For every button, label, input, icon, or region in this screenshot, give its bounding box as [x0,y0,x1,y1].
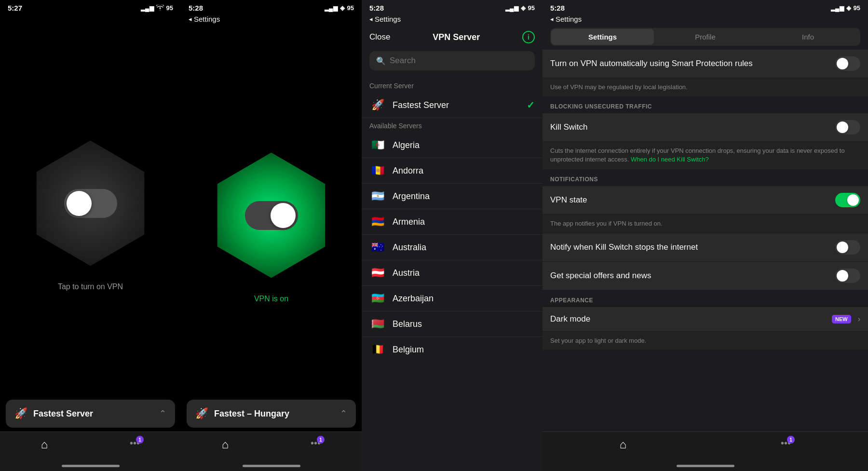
dark-mode-row[interactable]: Dark mode NEW › [542,307,868,331]
server-list-item[interactable]: 🇦🇺 Australia [362,235,542,260]
tab-home-4[interactable]: ⌂ [620,438,627,451]
special-offers-label: Get special offers and news [550,270,651,281]
signal-icon-3: ▂▄▆ [505,5,518,12]
search-input[interactable] [390,56,528,66]
screen-vpn-on: 5:28 ▂▄▆ ◈ 95 ◂ Settings VPN is on 🚀 Fas… [181,0,362,471]
status-bar-4: 5:28 ▂▄▆ ◈ 95 [542,0,868,14]
server-chevron-2: ⌃ [340,408,347,419]
vpn-toggle-on[interactable] [245,201,298,230]
kill-switch-notify-toggle[interactable] [835,240,860,255]
current-server-item[interactable]: 🚀 Fastest Server ✓ [362,93,542,118]
status-bar-2: 5:28 ▂▄▆ ◈ 95 [181,0,362,14]
status-icons-2: ▂▄▆ ◈ 95 [325,4,354,12]
status-bar-1: 5:27 ▂▄▆ 95 [0,0,181,14]
server-list-item[interactable]: 🇧🇾 Belarus [362,311,542,337]
screen-server-list: 5:28 ▂▄▆ ◈ 95 ◂ Settings Close VPN Serve… [362,0,542,471]
status-icons-4: ▂▄▆ ◈ 95 [831,4,860,12]
search-bar[interactable]: 🔍 [369,51,535,70]
current-server-icon: 🚀 [369,99,386,111]
server-list-item[interactable]: 🇧🇪 Belgium [362,337,542,362]
vpn-status-text-on: VPN is on [254,295,288,303]
server-list-item[interactable]: 🇦🇹 Austria [362,260,542,286]
tab-info[interactable]: Info [757,29,859,45]
vpn-state-desc: The app notifies you if VPN is turned on… [550,219,860,228]
server-item-name: Argentina [393,191,535,202]
dark-mode-desc-box: Set your app to light or dark mode. [542,332,868,350]
tab-menu-4[interactable]: ••• 1 [781,438,791,449]
tab-settings[interactable]: Settings [551,29,654,45]
back-label-3: Settings [375,15,401,23]
signal-icon-4: ▂▄▆ [831,5,844,12]
dark-mode-desc: Set your app to light or dark mode. [550,336,860,345]
server-name-2: Fastest – Hungary [214,409,289,419]
auto-vpn-desc: Use of VPN may be regulated by local leg… [550,83,860,92]
back-chevron-4: ◂ [550,15,554,23]
status-icons-3: ▂▄▆ ◈ 95 [505,4,535,12]
close-button[interactable]: Close [369,32,390,42]
kill-switch-notify-row: Notify when Kill Switch stops the intern… [542,233,868,261]
appearance-section-header: APPEARANCE [542,290,868,307]
signal-icon-1: ▂▄▆ [141,5,154,12]
auto-vpn-toggle[interactable] [835,56,860,71]
kill-switch-toggle[interactable] [835,120,860,135]
special-offers-toggle[interactable] [835,269,860,283]
search-icon: 🔍 [376,56,386,66]
tab-profile[interactable]: Profile [654,29,757,45]
screen-vpn-off: 5:27 ▂▄▆ 95 Tap to turn on VPN 🚀 Fastest… [0,0,181,471]
tab-home-1[interactable]: ⌂ [41,438,48,451]
wifi-icon-1 [156,4,164,12]
available-section-label: Available Servers [362,118,542,133]
vpn-state-toggle[interactable] [835,193,860,207]
flag-icon: 🇦🇺 [369,242,386,253]
hexagon-off[interactable] [23,136,158,271]
kill-switch-link[interactable]: When do I need Kill Switch? [631,156,709,163]
server-list-item[interactable]: 🇦🇷 Argentina [362,184,542,209]
server-list-item[interactable]: 🇦🇩 Andorra [362,158,542,184]
auto-vpn-desc-box: Use of VPN may be regulated by local leg… [542,78,868,96]
server-item-name: Austria [393,268,535,278]
server-item-name: Australia [393,242,535,253]
rocket-icon-1: 🚀 [14,407,27,420]
tab-menu-1[interactable]: ••• 1 [130,438,140,449]
tab-home-2[interactable]: ⌂ [222,438,229,451]
server-item-name: Armenia [393,217,535,227]
server-item-name: Algeria [393,140,535,150]
time-4: 5:28 [550,4,565,12]
auto-vpn-row: Turn on VPN automatically using Smart Pr… [542,50,868,78]
flag-icon: 🇩🇿 [369,139,386,151]
vpn-state-desc-box: The app notifies you if VPN is turned on… [542,215,868,233]
vpn-toggle-off[interactable] [64,189,117,218]
screen-settings: 5:28 ▂▄▆ ◈ 95 ◂ Settings Settings Profil… [542,0,868,471]
back-nav-4[interactable]: ◂ Settings [542,14,868,26]
server-list-item[interactable]: 🇦🇲 Armenia [362,209,542,235]
server-list-item[interactable]: 🇩🇿 Algeria [362,133,542,158]
server-list-item[interactable]: 🇦🇿 Azerbaijan [362,286,542,311]
back-nav-3[interactable]: ◂ Settings [362,14,542,26]
hexagon-on[interactable] [204,148,339,283]
wifi-icon-3: ◈ [521,4,526,12]
info-button[interactable]: i [522,31,535,43]
flag-icon: 🇦🇲 [369,216,386,228]
home-icon-4: ⌂ [620,438,627,451]
flag-icon: 🇧🇪 [369,344,386,355]
home-icon-2: ⌂ [222,438,229,451]
server-bar-1[interactable]: 🚀 Fastest Server ⌃ [6,400,175,428]
new-badge: NEW [832,315,851,323]
notifications-section-header: NOTIFICATIONS [542,169,868,186]
server-name-1: Fastest Server [33,409,93,419]
home-indicator-1 [62,465,120,467]
back-label-2: Settings [194,15,220,23]
kill-switch-desc: Cuts the internet connection entirely if… [550,147,860,164]
tab-badge-4: 1 [787,436,795,444]
back-label-4: Settings [556,15,582,23]
server-item-name: Azerbaijan [393,294,535,304]
vpn-content-off: Tap to turn on VPN [0,14,181,413]
server-item-name: Andorra [393,166,535,176]
server-bar-2[interactable]: 🚀 Fastest – Hungary ⌃ [187,400,356,428]
tab-menu-2[interactable]: ••• 1 [311,438,321,449]
dark-mode-label: Dark mode [550,314,590,324]
back-nav-2[interactable]: ◂ Settings [181,14,362,26]
battery-2: 95 [347,4,354,12]
home-indicator-2 [243,465,300,467]
kill-switch-notify-label: Notify when Kill Switch stops the intern… [550,242,698,253]
